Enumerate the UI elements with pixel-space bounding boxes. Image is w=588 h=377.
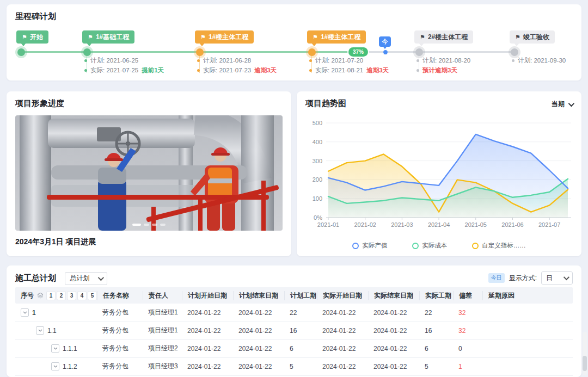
column-plan-days: 计划工期 xyxy=(284,291,317,300)
scrollbar-thumb[interactable] xyxy=(583,356,587,371)
page-scrollbar[interactable] xyxy=(583,332,587,375)
column-actual-start: 实际开始日期 xyxy=(317,291,368,300)
display-mode-select[interactable]: 日 xyxy=(541,271,573,285)
cell-actual-start: 2024-01-22 xyxy=(317,363,368,370)
cell-plan-days: 22 xyxy=(284,309,317,317)
milestone-badge-foundation[interactable]: ⚑ 1#基础工程 xyxy=(82,30,134,44)
milestone-node-building2 xyxy=(415,48,423,56)
milestone-badge-main-structure-2[interactable]: ⚑ 1#楼主体工程 xyxy=(307,30,366,44)
chart-card-title: 项目趋势图 xyxy=(305,98,346,109)
cell-plan-days: 5 xyxy=(284,363,317,370)
milestone-node-main-structure-1 xyxy=(196,48,204,56)
carousel-dot[interactable] xyxy=(160,224,166,226)
milestone-label: 2#楼主体工程 xyxy=(428,33,468,42)
level-button-3[interactable]: 3 xyxy=(68,292,76,300)
svg-text:500: 500 xyxy=(313,120,322,126)
milestone-badge-building2[interactable]: ⚑ 2#楼主体工程 xyxy=(414,30,473,44)
legend-marker-icon xyxy=(352,243,359,249)
bullet-icon xyxy=(416,59,419,62)
bullet-icon xyxy=(309,59,312,62)
milestone-label: 1#楼主体工程 xyxy=(321,33,360,42)
photo-illustration xyxy=(15,115,283,231)
table-header-row: 序号 1 2 3 4 5 任务名称 责任人 计划开始日期 计划结束日期 计划工期… xyxy=(15,287,573,304)
table-row: 1.1.2 劳务分包 项目经理3 2024-01-22 2024-01-22 5… xyxy=(15,357,573,376)
cell-plan-days: 16 xyxy=(284,327,317,335)
layers-icon xyxy=(37,292,44,299)
plan-type-select[interactable]: 总计划 xyxy=(65,272,107,285)
trend-chart: 0%1002003004005002021-012021-022021-0320… xyxy=(303,115,575,238)
cell-actual-start: 2024-01-22 xyxy=(317,327,368,335)
table-row: 1 劳务分包 项目经理1 2024-01-22 2024-01-22 22 20… xyxy=(15,304,573,322)
milestone-label: 1#基础工程 xyxy=(96,33,129,42)
milestone-plan-card: 里程碑计划 ⚑ 开始 ⚑ 1#基础工程 计划: 2021-06-25 实际: 2… xyxy=(7,4,581,81)
cell-task: 劳务分包 xyxy=(97,344,143,353)
level-button-5[interactable]: 5 xyxy=(88,292,96,300)
cell-deviation: 32 xyxy=(453,327,482,335)
milestone-badge-main-structure-1[interactable]: ⚑ 1#楼主体工程 xyxy=(195,30,254,44)
column-actual-end: 实际结束日期 xyxy=(368,291,419,300)
flag-icon: ⚑ xyxy=(515,34,520,40)
milestone-actual-date: 实际: 2021-08-21 逾期3天 xyxy=(309,66,389,75)
row-expander-icon[interactable] xyxy=(36,326,44,335)
level-button-2[interactable]: 2 xyxy=(57,292,65,300)
milestone-label: 竣工验收 xyxy=(523,33,549,42)
carousel-dot[interactable] xyxy=(144,224,149,226)
legend-item-custom[interactable]: 自定义指标…… xyxy=(472,242,526,250)
cell-plan-start: 2024-01-22 xyxy=(182,345,233,353)
photo-carousel xyxy=(15,224,283,226)
period-dropdown[interactable]: 当期 xyxy=(552,100,573,109)
chevron-down-icon xyxy=(564,274,569,280)
carousel-dot[interactable] xyxy=(132,224,141,226)
column-deviation: 偏差 xyxy=(453,291,482,300)
svg-text:2021-02: 2021-02 xyxy=(354,221,376,228)
cell-actual-days: 16 xyxy=(419,327,453,335)
column-seq: 序号 xyxy=(21,291,34,300)
table-toolbar: 施工总计划 总计划 今日 显示方式: 日 xyxy=(15,271,573,285)
row-seq: 1.1 xyxy=(47,327,57,335)
cell-plan-start: 2024-01-22 xyxy=(182,363,233,370)
today-tag: 今日 xyxy=(488,273,505,283)
milestone-plan-date: 计划: 2021-09-30 xyxy=(512,57,566,65)
level-button-1[interactable]: 1 xyxy=(47,292,55,300)
milestone-badge-start[interactable]: ⚑ 开始 xyxy=(16,30,48,44)
row-expander-icon[interactable] xyxy=(21,308,29,317)
bullet-icon xyxy=(309,69,312,72)
milestone-node-start xyxy=(17,48,25,56)
cell-deviation: 0 xyxy=(453,345,482,353)
milestone-card-title: 里程碑计划 xyxy=(15,11,56,22)
period-value: 当期 xyxy=(552,100,565,109)
row-seq: 1.1.2 xyxy=(63,363,77,370)
carousel-dot[interactable] xyxy=(152,224,157,226)
status-badge: 提前1天 xyxy=(142,66,164,75)
row-expander-icon[interactable] xyxy=(51,362,59,370)
milestone-plan-date: 计划: 2021-07-20 xyxy=(309,57,363,65)
column-actual-days: 实际工期 xyxy=(419,291,453,300)
legend-item-output[interactable]: 实际产值 xyxy=(352,242,387,250)
milestone-plan-date: 计划: 2021-06-25 xyxy=(84,57,138,65)
svg-text:2021-07: 2021-07 xyxy=(538,221,560,228)
svg-text:2021-05: 2021-05 xyxy=(465,221,487,228)
flag-icon: ⚑ xyxy=(420,34,425,40)
bullet-icon xyxy=(84,69,87,72)
cell-deviation: 32 xyxy=(453,309,482,317)
cell-owner: 项目经理2 xyxy=(143,344,182,353)
table-title: 施工总计划 xyxy=(15,271,56,285)
level-button-4[interactable]: 4 xyxy=(78,292,86,300)
cell-actual-days: 22 xyxy=(419,309,453,317)
status-badge: 预计逾期3天 xyxy=(422,66,457,75)
column-owner: 责任人 xyxy=(143,291,182,300)
flag-icon: ⚑ xyxy=(22,34,27,40)
legend-marker-icon xyxy=(412,243,419,249)
legend-item-cost[interactable]: 实际成本 xyxy=(412,242,447,250)
milestone-badge-acceptance[interactable]: ⚑ 竣工验收 xyxy=(510,30,555,44)
project-trend-card: 项目趋势图 当期 0%1002003004005002021-012021-02… xyxy=(297,91,581,256)
today-dot-icon xyxy=(383,50,388,55)
svg-text:0%: 0% xyxy=(314,214,322,221)
cell-task: 劳务分包 xyxy=(97,362,143,371)
flag-icon: ⚑ xyxy=(200,34,206,40)
progress-photo xyxy=(15,115,283,231)
chevron-down-icon xyxy=(568,100,574,106)
bullet-icon xyxy=(512,59,514,62)
milestone-label: 1#楼主体工程 xyxy=(209,33,248,42)
row-expander-icon[interactable] xyxy=(51,344,59,353)
